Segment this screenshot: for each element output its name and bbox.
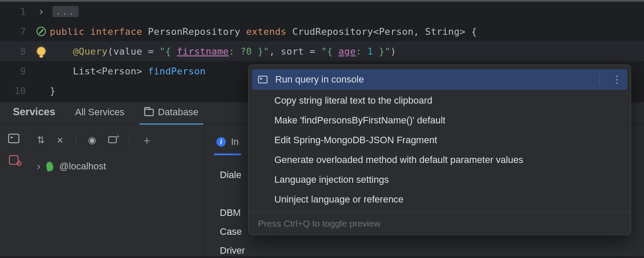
code-text[interactable]: public interface PersonRepository extend… [50,26,644,37]
line-number: 7 [0,26,33,37]
open-tab-icon[interactable] [108,136,117,143]
add-icon[interactable] [141,133,152,148]
intention-popup: Run query in consoleCopy string literal … [248,64,631,235]
services-toolbar [27,130,203,150]
intention-label: Run query in console [275,74,364,85]
intention-label: Uninject language or reference [274,194,404,205]
intention-item[interactable]: Generate overloaded method with default … [249,150,631,170]
tool-window-title: Services [11,102,57,124]
db-disconnect-icon[interactable] [9,155,18,165]
code-text[interactable]: @Query(value = "{ firstname: ?0 }", sort… [50,46,644,57]
intention-item[interactable]: Uninject language or reference [249,190,631,209]
intention-item[interactable]: Edit Spring-MongoDB-JSON Fragment [249,130,631,150]
tool-rail [0,124,27,258]
info-icon: i [216,137,226,147]
separator [129,135,129,146]
intention-item[interactable]: Run query in console [252,69,627,90]
tab-label: Database [158,107,198,118]
property-row: Driver [220,241,644,258]
popup-footer-hint: Press Ctrl+Q to toggle preview [249,212,631,235]
intention-item[interactable]: Copy string literal text to the clipboar… [249,91,631,111]
intention-bulb-icon[interactable] [33,47,50,55]
separator [76,135,76,146]
datasource-label: @localhost [59,161,106,172]
intention-label: Language injection settings [274,174,389,185]
intention-label: Make 'findPersonsByFirstName()' default [274,115,445,126]
gutter-no-override-icon[interactable] [33,27,50,36]
intention-item[interactable]: Language injection settings [249,170,631,190]
services-tree[interactable]: @localhost [27,150,203,175]
view-mode-icon[interactable] [88,135,96,146]
folded-region[interactable]: ... [52,6,79,17]
sort-icon[interactable] [37,135,45,146]
editor-line[interactable]: 7 public interface PersonRepository exte… [0,22,644,41]
fold-chevron-icon[interactable] [33,6,50,18]
folder-icon [144,109,154,116]
line-number: 9 [0,66,33,77]
intention-list: Run query in consoleCopy string literal … [249,65,631,212]
datasource-node[interactable]: @localhost [29,158,203,175]
info-tab-label: In [231,136,239,147]
editor-line-current[interactable]: 8 @Query(value = "{ firstname: ?0 }", so… [0,41,644,61]
mongodb-leaf-icon [46,161,54,172]
console-icon[interactable] [8,134,19,143]
line-number: 10 [0,86,33,96]
services-tree-panel: @localhost [27,124,204,258]
tab-all-services[interactable]: All Services [73,103,126,124]
close-icon[interactable] [57,135,64,146]
more-options-icon[interactable] [612,74,622,86]
chevron-right-icon[interactable] [37,160,40,172]
info-tab[interactable]: i In [216,136,239,155]
editor-line[interactable]: 1 ... [0,2,644,22]
tab-database[interactable]: Database [143,103,200,124]
intention-item[interactable]: Make 'findPersonsByFirstName()' default [249,111,631,130]
intention-label: Generate overloaded method with default … [274,154,523,166]
intention-label: Copy string literal text to the clipboar… [274,95,432,106]
intention-label: Edit Spring-MongoDB-JSON Fragment [274,135,437,146]
run-console-icon [258,76,267,83]
line-number: 1 [0,6,33,17]
line-number: 8 [0,46,33,57]
